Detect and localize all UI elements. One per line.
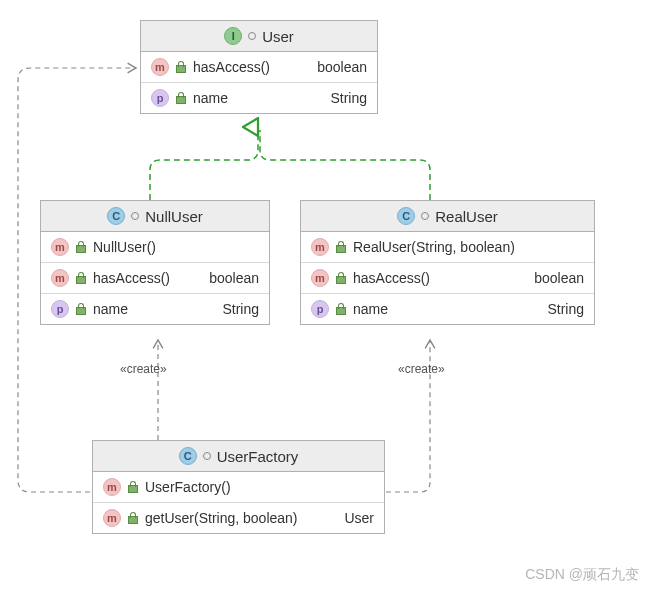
method-icon: m [103, 478, 121, 496]
member-row: p name String [301, 294, 594, 324]
member-type: String [330, 90, 367, 106]
class-title: NullUser [145, 208, 203, 225]
member-type: String [222, 301, 259, 317]
property-icon: p [51, 300, 69, 318]
member-row: p name String [141, 83, 377, 113]
class-header: C RealUser [301, 201, 594, 232]
member-type: boolean [209, 270, 259, 286]
member-name: name [193, 90, 228, 106]
member-name: NullUser() [93, 239, 156, 255]
class-title: User [262, 28, 294, 45]
lock-icon [335, 272, 347, 284]
method-icon: m [51, 269, 69, 287]
member-name: UserFactory() [145, 479, 231, 495]
property-icon: p [311, 300, 329, 318]
member-row: m RealUser(String, boolean) [301, 232, 594, 263]
member-row: m hasAccess() boolean [141, 52, 377, 83]
member-name: hasAccess() [93, 270, 170, 286]
class-user-factory: C UserFactory m UserFactory() m getUser(… [92, 440, 385, 534]
member-name: hasAccess() [193, 59, 270, 75]
circle-icon [203, 452, 211, 460]
lock-icon [335, 241, 347, 253]
watermark: CSDN @顽石九变 [525, 566, 639, 584]
lock-icon [75, 272, 87, 284]
lock-icon [127, 512, 139, 524]
member-row: m NullUser() [41, 232, 269, 263]
class-icon: C [107, 207, 125, 225]
member-name: getUser(String, boolean) [145, 510, 298, 526]
lock-icon [127, 481, 139, 493]
member-type: String [547, 301, 584, 317]
circle-icon [248, 32, 256, 40]
class-header: C UserFactory [93, 441, 384, 472]
method-icon: m [51, 238, 69, 256]
class-title: RealUser [435, 208, 498, 225]
class-icon: C [179, 447, 197, 465]
stereotype-create-right: «create» [398, 362, 445, 376]
circle-icon [421, 212, 429, 220]
class-null-user: C NullUser m NullUser() m hasAccess() bo… [40, 200, 270, 325]
class-user: I User m hasAccess() boolean p name Stri… [140, 20, 378, 114]
member-row: m getUser(String, boolean) User [93, 503, 384, 533]
circle-icon [131, 212, 139, 220]
class-header: I User [141, 21, 377, 52]
class-header: C NullUser [41, 201, 269, 232]
member-row: m hasAccess() boolean [41, 263, 269, 294]
method-icon: m [103, 509, 121, 527]
member-name: hasAccess() [353, 270, 430, 286]
class-icon: C [397, 207, 415, 225]
member-name: name [353, 301, 388, 317]
property-icon: p [151, 89, 169, 107]
method-icon: m [311, 238, 329, 256]
lock-icon [75, 241, 87, 253]
method-icon: m [311, 269, 329, 287]
member-row: p name String [41, 294, 269, 324]
stereotype-create-left: «create» [120, 362, 167, 376]
member-type: User [344, 510, 374, 526]
member-row: m UserFactory() [93, 472, 384, 503]
member-type: boolean [317, 59, 367, 75]
member-row: m hasAccess() boolean [301, 263, 594, 294]
member-name: name [93, 301, 128, 317]
lock-icon [75, 303, 87, 315]
lock-icon [335, 303, 347, 315]
lock-icon [175, 92, 187, 104]
interface-icon: I [224, 27, 242, 45]
class-real-user: C RealUser m RealUser(String, boolean) m… [300, 200, 595, 325]
member-name: RealUser(String, boolean) [353, 239, 515, 255]
member-type: boolean [534, 270, 584, 286]
lock-icon [175, 61, 187, 73]
class-title: UserFactory [217, 448, 299, 465]
method-icon: m [151, 58, 169, 76]
